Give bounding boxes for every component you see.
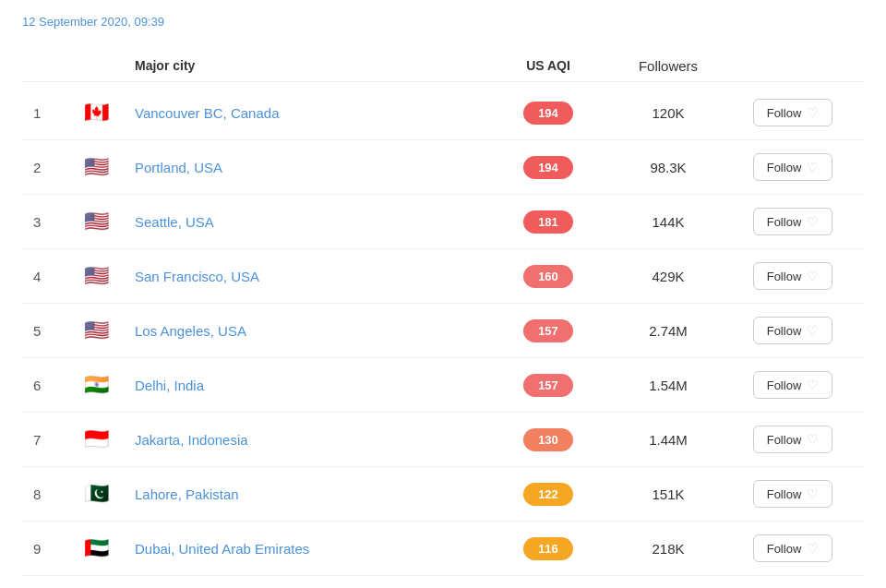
follow-button[interactable]: Follow ♡ [753, 480, 833, 508]
header-city: Major city [135, 58, 493, 74]
heart-icon: ♡ [807, 214, 819, 229]
city-cell: Portland, USA [135, 160, 493, 175]
aqi-badge: 160 [523, 265, 573, 288]
follow-label: Follow [767, 270, 802, 283]
header-aqi: US AQI [493, 58, 604, 74]
aqi-cell: 157 [493, 319, 604, 342]
flag-cell: 🇮🇩 [79, 428, 135, 450]
heart-icon: ♡ [807, 269, 819, 283]
table-row: 2 🇺🇸 Portland, USA 194 98.3K Follow ♡ [22, 140, 864, 195]
follow-button[interactable]: Follow ♡ [753, 371, 833, 399]
followers-cell: 1.54M [604, 378, 733, 393]
aqi-cell: 160 [493, 265, 604, 288]
aqi-cell: 181 [493, 210, 604, 234]
follow-label: Follow [767, 542, 802, 556]
country-flag: 🇵🇰 [79, 483, 113, 505]
city-cell: Dubai, United Arab Emirates [135, 541, 493, 557]
followers-cell: 218K [604, 541, 733, 557]
flag-cell: 🇮🇳 [79, 374, 135, 396]
followers-cell: 2.74M [604, 323, 733, 339]
table-row: 8 🇵🇰 Lahore, Pakistan 122 151K Follow ♡ [22, 467, 864, 522]
table-header: Major city US AQI Followers [22, 51, 864, 82]
followers-cell: 120K [604, 105, 733, 121]
follow-cell: Follow ♡ [733, 534, 853, 562]
city-cell: San Francisco, USA [135, 269, 493, 284]
follow-cell: Follow ♡ [733, 208, 853, 235]
follow-cell: Follow ♡ [733, 426, 853, 453]
city-cell: Los Angeles, USA [135, 323, 493, 339]
flag-cell: 🇦🇪 [79, 537, 135, 559]
follow-label: Follow [767, 161, 802, 174]
rank-cell: 7 [33, 432, 79, 448]
aqi-badge: 130 [523, 428, 573, 451]
flag-cell: 🇺🇸 [79, 265, 135, 287]
rank-cell: 4 [33, 269, 79, 284]
aqi-badge: 122 [523, 483, 573, 506]
rank-cell: 5 [33, 323, 79, 339]
aqi-cell: 194 [493, 156, 604, 179]
follow-label: Follow [767, 378, 802, 392]
header-followers: Followers [604, 58, 733, 74]
heart-icon: ♡ [807, 160, 819, 174]
follow-button[interactable]: Follow ♡ [753, 317, 833, 344]
country-flag: 🇺🇸 [79, 319, 113, 342]
follow-button[interactable]: Follow ♡ [753, 426, 833, 453]
follow-label: Follow [767, 106, 802, 120]
heart-icon: ♡ [807, 105, 819, 120]
follow-button[interactable]: Follow ♡ [753, 208, 833, 235]
rank-cell: 1 [33, 105, 79, 121]
follow-cell: Follow ♡ [733, 99, 853, 126]
country-flag: 🇮🇳 [79, 374, 113, 396]
follow-button[interactable]: Follow ♡ [753, 153, 833, 181]
followers-cell: 144K [604, 214, 733, 230]
table-row: 6 🇮🇳 Delhi, India 157 1.54M Follow ♡ [22, 358, 864, 413]
follow-label: Follow [767, 324, 802, 338]
country-flag: 🇦🇪 [79, 537, 113, 559]
table-row: 1 🇨🇦 Vancouver BC, Canada 194 120K Follo… [22, 86, 864, 140]
city-cell: Jakarta, Indonesia [135, 432, 493, 448]
heart-icon: ♡ [807, 323, 819, 338]
city-cell: Seattle, USA [135, 214, 493, 230]
aqi-cell: 130 [493, 428, 604, 451]
table-row: 10 🇺🇿 Tashkent, Uzbekistan 105 27.8K Fol… [22, 576, 864, 588]
rank-cell: 8 [33, 486, 79, 502]
aqi-badge: 157 [523, 374, 573, 397]
table-row: 9 🇦🇪 Dubai, United Arab Emirates 116 218… [22, 522, 864, 576]
city-cell: Lahore, Pakistan [135, 486, 493, 502]
flag-cell: 🇨🇦 [79, 102, 135, 124]
follow-label: Follow [767, 487, 802, 501]
rank-cell: 3 [33, 214, 79, 230]
city-cell: Vancouver BC, Canada [135, 105, 493, 121]
rank-cell: 2 [33, 160, 79, 175]
table-row: 3 🇺🇸 Seattle, USA 181 144K Follow ♡ [22, 195, 864, 249]
country-flag: 🇮🇩 [79, 428, 113, 450]
heart-icon: ♡ [807, 432, 819, 447]
aqi-badge: 194 [523, 102, 573, 125]
table-row: 7 🇮🇩 Jakarta, Indonesia 130 1.44M Follow… [22, 413, 864, 467]
aqi-badge: 157 [523, 319, 573, 342]
follow-button[interactable]: Follow ♡ [753, 99, 833, 126]
heart-icon: ♡ [807, 378, 819, 392]
flag-cell: 🇺🇸 [79, 210, 135, 233]
flag-cell: 🇺🇸 [79, 319, 135, 342]
follow-cell: Follow ♡ [733, 317, 853, 344]
country-flag: 🇺🇸 [79, 156, 113, 178]
table-row: 4 🇺🇸 San Francisco, USA 160 429K Follow … [22, 249, 864, 304]
country-flag: 🇨🇦 [79, 102, 113, 124]
flag-cell: 🇺🇸 [79, 156, 135, 178]
follow-button[interactable]: Follow ♡ [753, 262, 833, 290]
country-flag: 🇺🇸 [79, 265, 113, 287]
rank-cell: 9 [33, 541, 79, 557]
aqi-badge: 194 [523, 156, 573, 179]
follow-label: Follow [767, 215, 802, 229]
aqi-cell: 122 [493, 483, 604, 506]
follow-cell: Follow ♡ [733, 480, 853, 508]
follow-button[interactable]: Follow ♡ [753, 534, 833, 562]
follow-cell: Follow ♡ [733, 262, 853, 290]
heart-icon: ♡ [807, 486, 819, 501]
table-row: 5 🇺🇸 Los Angeles, USA 157 2.74M Follow ♡ [22, 304, 864, 358]
flag-cell: 🇵🇰 [79, 483, 135, 505]
follow-cell: Follow ♡ [733, 153, 853, 181]
followers-cell: 1.44M [604, 432, 733, 448]
country-flag: 🇺🇸 [79, 210, 113, 233]
